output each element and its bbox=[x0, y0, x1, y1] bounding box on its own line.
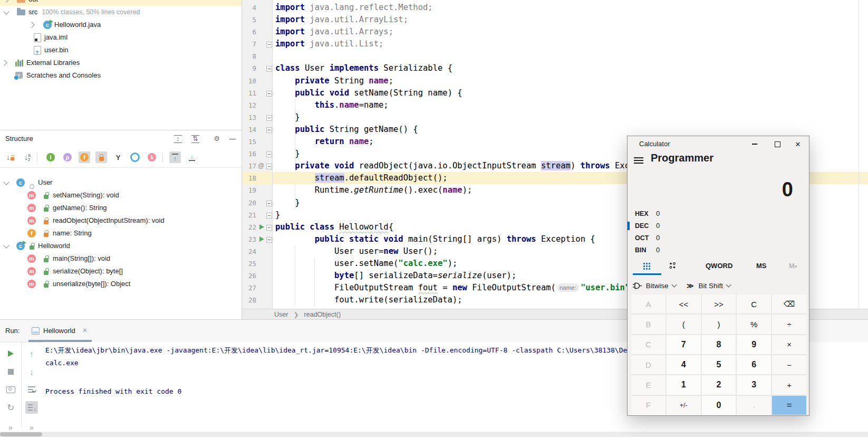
code-line-14[interactable]: 14 public String getName() { bbox=[242, 124, 868, 136]
show-non-public-icon[interactable] bbox=[95, 151, 107, 163]
collapse-all-icon[interactable]: ⇅ bbox=[191, 135, 199, 143]
project-tree-item-scratches-and-consoles[interactable]: »Scratches and Consoles bbox=[0, 69, 242, 82]
structure-item-main[interactable]: mmain(String[]): void bbox=[0, 252, 242, 265]
structure-item-helloworld[interactable]: cHelloworld bbox=[0, 240, 242, 252]
show-lambdas-icon[interactable]: λ bbox=[146, 151, 158, 163]
code-line-12[interactable]: 12 this.name=name; bbox=[242, 99, 868, 111]
show-interfaces-icon[interactable] bbox=[129, 151, 141, 163]
structure-item-readobject[interactable]: mreadObject(ObjectInputStream): void bbox=[0, 214, 242, 227]
chevron-right-icon[interactable] bbox=[1, 60, 7, 65]
code-line-8[interactable]: 8 bbox=[242, 50, 868, 62]
calc-key-negate[interactable]: +/- bbox=[667, 396, 701, 415]
fold-marker-icon[interactable] bbox=[266, 237, 272, 243]
project-tree-item-out[interactable]: out bbox=[0, 0, 242, 6]
calc-key-1[interactable]: 1 bbox=[667, 375, 701, 394]
chevron-down-icon[interactable] bbox=[3, 8, 9, 14]
code-line-6[interactable]: 6import java.util.Arrays; bbox=[242, 26, 868, 38]
soft-wrap-icon[interactable]: ↩ bbox=[25, 383, 38, 396]
close-button[interactable]: ✕ bbox=[789, 136, 807, 152]
chevron-down-icon[interactable] bbox=[3, 179, 9, 185]
fold-marker-icon[interactable] bbox=[266, 127, 272, 133]
calc-key-[interactable]: % bbox=[737, 315, 771, 334]
rerun-icon[interactable] bbox=[4, 347, 17, 360]
calc-key-7[interactable]: 7 bbox=[667, 335, 701, 354]
breadcrumb-class[interactable]: User bbox=[274, 311, 288, 318]
fold-marker-icon[interactable] bbox=[266, 91, 272, 97]
show-properties-icon[interactable]: p bbox=[62, 151, 73, 163]
code-line-10[interactable]: 10 private String name; bbox=[242, 75, 868, 87]
calculator-titlebar[interactable]: Calculator ✕ bbox=[628, 136, 809, 152]
code-line-11[interactable]: 11 public void setName(String name) { bbox=[242, 87, 868, 99]
fold-marker-icon[interactable] bbox=[266, 66, 272, 72]
screenshot-icon[interactable] bbox=[4, 383, 17, 396]
calc-key-minus[interactable]: − bbox=[772, 355, 806, 374]
sort-by-visibility-icon[interactable]: ↓ bbox=[5, 151, 16, 163]
move-up-icon[interactable]: ↑ bbox=[169, 151, 181, 163]
radix-row-oct[interactable]: OCT0 bbox=[628, 232, 733, 244]
radix-row-dec[interactable]: DEC0 bbox=[628, 220, 733, 232]
breadcrumb-method[interactable]: readObject() bbox=[304, 311, 341, 318]
fold-marker-icon[interactable] bbox=[266, 213, 272, 218]
calc-key-4[interactable]: 4 bbox=[667, 355, 701, 374]
panel-separator[interactable] bbox=[242, 0, 242, 319]
project-tree-item-user-bin[interactable]: user.bin bbox=[0, 44, 242, 56]
chevron-right-icon[interactable] bbox=[3, 0, 9, 3]
structure-item-serialize[interactable]: mserialize(Object): byte[] bbox=[0, 265, 242, 278]
radix-row-hex[interactable]: HEX0 bbox=[628, 208, 733, 220]
structure-item-user[interactable]: cUser bbox=[0, 176, 242, 189]
run-gutter-icon[interactable] bbox=[258, 233, 266, 245]
rerun-failed-icon[interactable]: ↻ bbox=[4, 401, 17, 414]
code-line-9[interactable]: 9class User implements Serializable { bbox=[242, 62, 868, 74]
fold-marker-icon[interactable] bbox=[266, 151, 272, 157]
stop-icon[interactable] bbox=[4, 365, 17, 378]
move-down-icon[interactable]: ↓ bbox=[186, 151, 198, 163]
structure-item-name-string[interactable]: fname: String bbox=[0, 227, 242, 240]
word-size-button[interactable]: QWORD bbox=[706, 259, 732, 273]
full-keypad-icon[interactable] bbox=[643, 263, 650, 270]
fold-marker-icon[interactable] bbox=[266, 201, 272, 206]
down-stack-trace-icon[interactable]: ↓ bbox=[25, 365, 38, 378]
scroll-to-end-icon[interactable]: ↓ bbox=[25, 401, 38, 414]
fold-marker-icon[interactable] bbox=[266, 42, 272, 48]
minimize-button[interactable] bbox=[746, 136, 764, 152]
calc-key-multiply[interactable]: × bbox=[772, 335, 806, 354]
run-gutter-icon[interactable] bbox=[258, 221, 266, 233]
horizontal-scrollbar[interactable] bbox=[0, 432, 868, 437]
project-tree-item-external-libraries[interactable]: External Libraries bbox=[0, 56, 242, 69]
calc-key-8[interactable]: 8 bbox=[702, 335, 736, 354]
scrollbar-thumb[interactable] bbox=[0, 432, 42, 436]
code-line-13[interactable]: 13 } bbox=[242, 111, 868, 124]
calc-key-c[interactable]: C bbox=[737, 294, 771, 314]
maximize-button[interactable] bbox=[768, 136, 786, 152]
hamburger-menu-icon[interactable] bbox=[634, 157, 643, 165]
sort-alphabetically-icon[interactable]: ↓az bbox=[22, 151, 33, 163]
show-fields-icon[interactable]: f bbox=[79, 151, 90, 163]
fold-marker-icon[interactable] bbox=[266, 225, 272, 231]
structure-item-setname[interactable]: msetName(String): void bbox=[0, 189, 242, 202]
code-line-7[interactable]: 7import java.util.List; bbox=[242, 38, 868, 50]
fold-marker-icon[interactable] bbox=[266, 164, 272, 169]
bitwise-menu[interactable]: Bitwise bbox=[633, 280, 676, 292]
calc-key-6[interactable]: 6 bbox=[737, 355, 771, 374]
hide-panel-icon[interactable]: — bbox=[228, 134, 237, 144]
memory-store-button[interactable]: MS bbox=[756, 259, 767, 273]
calc-key-[interactable]: ) bbox=[702, 315, 736, 334]
structure-item-getname[interactable]: mgetName(): String bbox=[0, 202, 242, 214]
project-tree-item-src[interactable]: src100% classes, 50% lines covered bbox=[0, 6, 242, 18]
bitshift-menu[interactable]: ≫ Bit Shift bbox=[687, 280, 730, 292]
project-tree-item-java-iml[interactable]: java.iml bbox=[0, 31, 242, 44]
chevron-down-icon[interactable] bbox=[3, 242, 9, 248]
fold-marker-icon[interactable] bbox=[266, 115, 272, 121]
code-line-5[interactable]: 5import java.util.ArrayList; bbox=[242, 14, 868, 26]
calc-key-3[interactable]: 3 bbox=[737, 375, 771, 394]
settings-gear-icon[interactable]: ⚙ bbox=[212, 134, 221, 144]
calc-key-equals[interactable]: = bbox=[772, 396, 806, 415]
tab-close-icon[interactable]: ✕ bbox=[82, 327, 88, 334]
bit-toggling-keypad-icon[interactable] bbox=[669, 259, 677, 273]
memory-menu-button[interactable]: M▾ bbox=[789, 259, 797, 273]
calc-key-0[interactable]: 0 bbox=[702, 396, 736, 415]
calc-key-backspace[interactable]: ⌫ bbox=[772, 294, 806, 314]
calc-key-2[interactable]: 2 bbox=[702, 375, 736, 394]
group-methods-icon[interactable]: Y bbox=[112, 151, 124, 163]
code-line-4[interactable]: 4import java.lang.reflect.Method; bbox=[242, 2, 868, 14]
